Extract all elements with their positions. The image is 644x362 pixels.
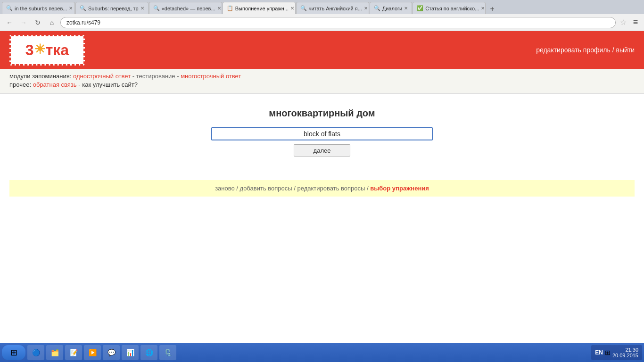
- main-content: многоквартирный дом далее заново / добав…: [0, 94, 644, 343]
- site-logo[interactable]: 3☀тка: [9, 35, 85, 66]
- start-button[interactable]: ⊞: [2, 345, 25, 360]
- tab-3-icon: 🔍: [153, 5, 160, 12]
- taskbar-chrome[interactable]: 🔵: [27, 345, 44, 360]
- language-indicator: EN: [595, 349, 603, 356]
- tab-7[interactable]: ✅ Статья по английско... ✕: [413, 2, 486, 14]
- tab-3-close[interactable]: ✕: [217, 6, 221, 11]
- tab-5-icon: 🔍: [300, 5, 307, 12]
- multi-line-link[interactable]: многострочный ответ: [181, 73, 241, 80]
- improve-site-text: как улучшить сайт?: [82, 81, 138, 88]
- edit-questions-link[interactable]: редактировать вопросы: [297, 185, 365, 192]
- answer-input[interactable]: [211, 127, 433, 140]
- website-content: 3☀тка редактировать профиль / выйти моду…: [0, 31, 644, 343]
- tab-6[interactable]: 🔍 Диалоги ✕: [370, 2, 413, 14]
- exercise-word: многоквартирный дом: [269, 108, 375, 119]
- tab-1-label: in the suburbs перев...: [15, 6, 67, 11]
- clock: 21:30 20.09.2015: [612, 347, 638, 358]
- add-questions-link[interactable]: добавить вопросы: [240, 185, 292, 192]
- sep2: -: [177, 73, 181, 80]
- single-line-link[interactable]: однострочный ответ: [73, 73, 131, 80]
- taskbar-tray: EN ⊞ 21:30 20.09.2015: [591, 345, 642, 360]
- time: 21:30: [612, 347, 638, 353]
- taskbar-skype[interactable]: 💬: [103, 345, 120, 360]
- misc-label: прочее:: [9, 81, 31, 88]
- tab-7-label: Статья по английско...: [425, 6, 479, 11]
- chrome-icon: 🔵: [32, 349, 40, 356]
- tab-4-icon: 📋: [227, 5, 233, 12]
- chrome2-icon: 🌐: [145, 349, 153, 356]
- taskbar-word[interactable]: 📝: [65, 345, 82, 360]
- action-sep2: /: [294, 185, 297, 192]
- feedback-link[interactable]: обратная связь: [33, 81, 77, 88]
- tab-4[interactable]: 📋 Выполнение упражн... ✕: [223, 2, 296, 14]
- tab-1[interactable]: 🔍 in the suburbs перев... ✕: [2, 2, 75, 14]
- files-icon: 🗂️: [51, 349, 59, 356]
- testing-link[interactable]: тестирование: [136, 73, 175, 80]
- tab-5[interactable]: 🔍 читать Английский я... ✕: [296, 2, 369, 14]
- logo-z: 3: [25, 41, 34, 59]
- home-button[interactable]: ⌂: [46, 17, 58, 28]
- modules-label: модули запоминания:: [9, 73, 71, 80]
- tab-3-label: «detached» — перев...: [162, 6, 215, 11]
- sep3: -: [78, 81, 82, 88]
- forward-button[interactable]: →: [18, 17, 29, 28]
- logo-sun-icon: ☀: [34, 41, 46, 57]
- address-bar[interactable]: zotka.ru/s479: [60, 17, 616, 28]
- profile-link-text: редактировать профиль / выйти: [536, 46, 635, 54]
- tab-1-icon: 🔍: [6, 5, 13, 12]
- taskbar-chrome2[interactable]: 🌐: [140, 345, 157, 360]
- taskbar-zip[interactable]: 🗜️: [159, 345, 176, 360]
- tab-7-icon: ✅: [417, 5, 423, 12]
- taskbar: ⊞ 🔵 🗂️ 📝 ▶️ 💬 📊 🌐 🗜️ EN ⊞ 21: [0, 343, 644, 362]
- taskbar-media[interactable]: ▶️: [84, 345, 101, 360]
- address-text: zotka.ru/s479: [66, 19, 100, 26]
- new-tab-button[interactable]: +: [486, 4, 498, 14]
- tab-4-close[interactable]: ✕: [290, 6, 294, 11]
- tab-3[interactable]: 🔍 «detached» — перев... ✕: [149, 2, 222, 14]
- site-header: 3☀тка редактировать профиль / выйти: [0, 31, 644, 69]
- modules-line-1: модули запоминания: однострочный ответ -…: [9, 73, 635, 80]
- menu-button[interactable]: ≡: [631, 18, 640, 27]
- action-sep1: /: [236, 185, 239, 192]
- tab-bar: 🔍 in the suburbs перев... ✕ 🔍 Suburbs: п…: [0, 0, 644, 14]
- tab-6-close[interactable]: ✕: [404, 6, 408, 11]
- tab-2-label: Suburbs: перевод, тр: [88, 6, 139, 11]
- media-icon: ▶️: [89, 349, 97, 356]
- tab-2-close[interactable]: ✕: [140, 6, 144, 11]
- windows-icon: ⊞: [605, 349, 611, 356]
- taskbar-files[interactable]: 🗂️: [46, 345, 63, 360]
- skype-icon: 💬: [107, 349, 116, 356]
- word-icon: 📝: [70, 349, 78, 356]
- header-profile-links[interactable]: редактировать профиль / выйти: [536, 46, 635, 54]
- sep1: -: [132, 73, 136, 80]
- select-exercise-link[interactable]: выбор упражнения: [370, 185, 429, 192]
- back-button[interactable]: ←: [4, 17, 15, 28]
- logo-tka: тка: [46, 41, 69, 59]
- module-bar: модули запоминания: однострочный ответ -…: [0, 69, 644, 94]
- tab-5-label: читать Английский я...: [309, 6, 362, 11]
- date: 20.09.2015: [612, 353, 638, 358]
- next-button[interactable]: далее: [294, 144, 350, 156]
- tab-1-close[interactable]: ✕: [69, 6, 73, 11]
- tab-6-icon: 🔍: [374, 5, 380, 12]
- bookmark-button[interactable]: ☆: [619, 18, 628, 27]
- ppt-icon: 📊: [126, 349, 134, 356]
- taskbar-ppt[interactable]: 📊: [122, 345, 139, 360]
- logo-text: 3☀тка: [25, 41, 69, 59]
- tab-5-close[interactable]: ✕: [364, 6, 368, 11]
- tab-6-label: Диалоги: [382, 6, 403, 11]
- restart-link[interactable]: заново: [215, 185, 235, 192]
- tab-2-icon: 🔍: [80, 5, 86, 12]
- action-bar: заново / добавить вопросы / редактироват…: [9, 180, 635, 197]
- tab-7-close[interactable]: ✕: [481, 6, 485, 11]
- tab-4-label: Выполнение упражн...: [235, 6, 289, 11]
- nav-bar: ← → ↻ ⌂ zotka.ru/s479 ☆ ≡: [0, 14, 644, 31]
- reload-button[interactable]: ↻: [32, 17, 43, 28]
- modules-line-2: прочее: обратная связь - как улучшить са…: [9, 81, 635, 88]
- tab-2[interactable]: 🔍 Suburbs: перевод, тр ✕: [75, 2, 149, 14]
- zip-icon: 🗜️: [164, 349, 172, 356]
